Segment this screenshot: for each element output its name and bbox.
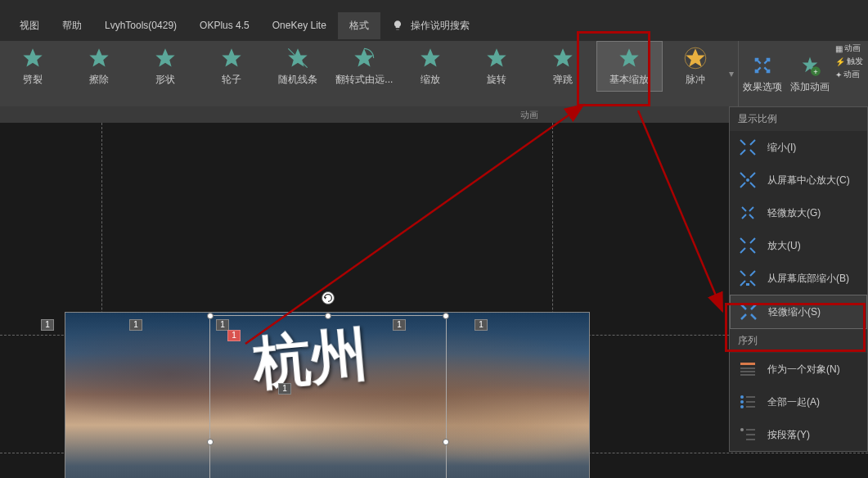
pane-icon: ▦ [835,44,843,53]
anim-shape[interactable]: 形状 [133,41,199,92]
arrows-slight-in-icon [739,302,758,322]
anim-bounce[interactable]: 弹跳 [530,41,596,92]
arrows-in-icon [738,138,758,157]
anim-order-badge[interactable]: 1 [41,319,54,331]
dropdown-section-header: 序列 [730,329,867,353]
svg-rect-19 [746,283,749,286]
star-icon [220,47,243,70]
anim-order-badge-active[interactable]: 1 [227,330,241,341]
effect-options-dropdown: 显示比例 缩小(I) 从屏幕中心放大(C) 轻微放大(G) 放大(U) 从屏幕底… [729,106,868,452]
menu-help[interactable]: 帮助 [51,12,93,39]
anim-order-badge[interactable]: 1 [393,319,406,331]
anim-split[interactable]: 劈裂 [0,41,66,92]
svg-point-30 [740,428,744,431]
anim-painter-button[interactable]: ✦ 动画 [835,69,866,80]
brush-icon: ✦ [835,70,842,79]
star-icon [21,47,44,70]
anim-pulse[interactable]: 脉冲 [663,41,729,92]
svg-marker-0 [24,48,43,66]
dropdown-item-by-paragraph[interactable]: 按段落(Y) [730,418,867,451]
star-icon [88,47,110,70]
anim-order-badge[interactable]: 1 [474,319,488,331]
svg-marker-10 [554,48,573,66]
add-animation-button[interactable]: + 添加动画 [786,41,834,106]
menu-bar: 视图 帮助 LvyhTools(0429) OKPlus 4.5 OneKey … [0,10,868,41]
anim-wheel[interactable]: 轮子 [199,41,265,92]
svg-point-26 [740,405,744,408]
dropdown-section-header: 显示比例 [730,107,867,131]
arrows-bottom-icon [738,268,758,288]
menu-tellme[interactable]: 操作说明搜索 [380,12,481,39]
animation-ribbon: 劈裂 擦除 形状 轮子 随机线条 翻转式由远... 缩放 旋转 弹跳 基本缩放 … [0,41,868,106]
rotate-handle[interactable] [322,291,335,304]
star-icon [618,47,641,70]
anim-basic-zoom[interactable]: 基本缩放 [596,41,663,92]
svg-marker-17 [324,296,327,300]
svg-marker-3 [223,48,241,66]
dropdown-item-bottom-shrink[interactable]: 从屏幕底部缩小(B) [730,262,867,295]
dropdown-item-all-together[interactable]: 全部一起(A) [730,386,867,418]
star-icon [485,47,508,70]
arrows-icon [751,54,774,77]
anim-swivel[interactable]: 旋转 [464,41,530,92]
slide-content-image[interactable]: 杭州 [65,313,589,478]
arrows-center-icon [738,170,758,190]
dropdown-item-slight-shrink[interactable]: 轻微缩小(S) [730,295,867,329]
svg-point-18 [746,178,749,182]
dropdown-item-as-object[interactable]: 作为一个对象(N) [730,353,867,386]
menu-view[interactable]: 视图 [8,12,51,39]
extra-options: ▦ 动画 ⚡ 触发 ✦ 动画 [834,41,868,106]
anim-zoom[interactable]: 缩放 [398,41,464,92]
dropdown-item-shrink[interactable]: 缩小(I) [730,131,867,164]
slide-text: 杭州 [250,316,371,403]
menu-lvyh[interactable]: LvyhTools(0429) [93,13,188,38]
star-icon [419,47,442,70]
menu-onekey[interactable]: OneKey Lite [261,13,338,38]
star-icon [684,47,707,70]
list-para-icon [738,425,758,444]
svg-marker-9 [488,48,506,66]
anim-order-badge[interactable]: 1 [216,319,229,331]
svg-marker-12 [686,48,705,66]
lightbulb-icon [392,20,411,31]
dropdown-item-slight-zoom[interactable]: 轻微放大(G) [730,196,867,229]
bolt-icon: ⚡ [835,57,845,66]
anim-wipe[interactable]: 擦除 [66,41,133,92]
trigger-button[interactable]: ⚡ 触发 [835,56,866,67]
anim-random-bars[interactable]: 随机线条 [265,41,331,92]
dropdown-item-zoom-out[interactable]: 放大(U) [730,229,867,262]
list-single-icon [738,359,758,379]
add-star-icon: + [798,54,821,77]
anim-order-badge[interactable]: 1 [129,319,142,331]
dropdown-item-center-zoom[interactable]: 从屏幕中心放大(C) [730,164,867,196]
star-icon [551,47,574,70]
star-icon [286,47,309,70]
arrows-out-icon [738,236,758,255]
svg-point-24 [740,395,744,399]
gallery-expand-icon[interactable]: ▾ [729,68,738,79]
svg-rect-20 [740,363,755,365]
svg-text:+: + [813,67,817,75]
svg-marker-11 [620,48,639,66]
anim-pane-button[interactable]: ▦ 动画 [835,43,866,54]
svg-marker-1 [90,48,109,66]
star-icon [154,47,177,70]
svg-point-25 [740,400,744,404]
anim-grow-turn[interactable]: 翻转式由远... [331,41,398,92]
menu-okplus[interactable]: OKPlus 4.5 [188,13,261,38]
star-icon [353,47,376,70]
effect-options-button[interactable]: 效果选项 [739,41,786,106]
list-all-icon [738,392,758,412]
anim-order-badge[interactable]: 1 [278,383,291,395]
menu-format[interactable]: 格式 [338,12,380,39]
svg-marker-2 [156,48,175,66]
arrows-slight-icon [738,203,758,223]
